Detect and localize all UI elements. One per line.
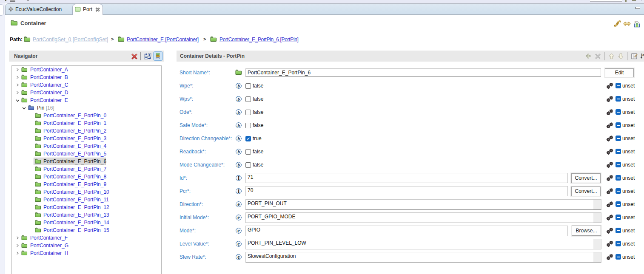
svg-text:b: b [237,110,240,115]
svg-text:b: b [237,136,240,141]
svg-text:I: I [238,175,240,181]
svg-text:a: a [642,53,644,56]
svg-text:e: e [237,228,240,234]
svg-text:e: e [237,241,240,247]
svg-text:b: b [237,149,240,154]
svg-text:e: e [237,201,240,207]
svg-text:b: b [237,123,240,128]
svg-text:b: b [237,96,240,102]
svg-text:e: e [237,215,240,220]
svg-text:b: b [237,162,240,167]
svg-text:e: e [237,254,240,260]
svg-text:I: I [238,188,240,194]
svg-text:b: b [237,83,240,88]
